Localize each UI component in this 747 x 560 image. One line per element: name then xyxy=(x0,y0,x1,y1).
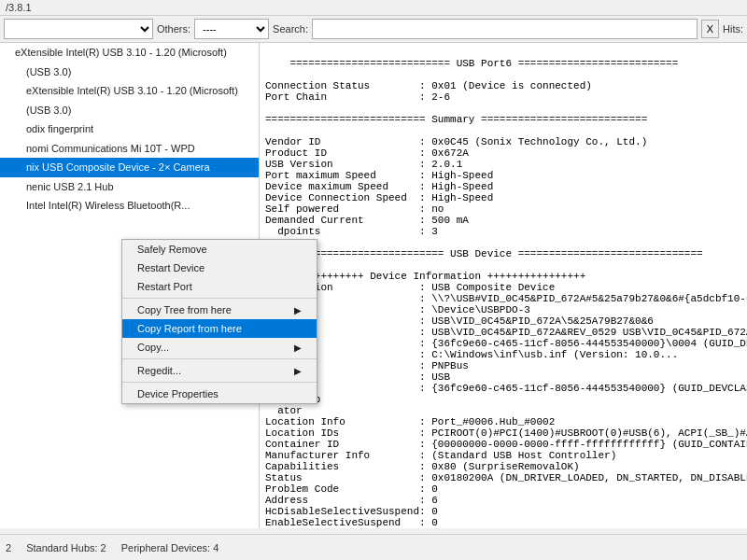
tree-item-3[interactable]: (USB 3.0) xyxy=(0,101,259,120)
separator-3 xyxy=(122,382,317,383)
menu-regedit[interactable]: Regedit... ▶ xyxy=(122,361,317,380)
status-item-1: 2 xyxy=(6,542,11,553)
menu-copy-report-label: Copy Report from here xyxy=(137,323,242,334)
status-peripheral-devices: Peripheral Devices: 4 xyxy=(121,542,219,553)
device-dropdown[interactable] xyxy=(4,19,153,39)
menu-restart-port[interactable]: Restart Port xyxy=(122,277,317,296)
tree-item-selected[interactable]: nix USB Composite Device - 2× Camera xyxy=(0,158,259,177)
menu-safely-remove[interactable]: Safely Remove xyxy=(122,240,317,259)
menu-restart-port-label: Restart Port xyxy=(137,281,192,292)
context-menu: Safely Remove Restart Device Restart Por… xyxy=(121,239,317,404)
menu-copy-tree-label: Copy Tree from here xyxy=(137,304,232,315)
tree-item-1[interactable]: (USB 3.0) xyxy=(0,63,259,82)
title-bar: /3.8.1 xyxy=(0,0,747,16)
tree-item-8[interactable]: Intel Intel(R) Wireless Bluetooth(R... xyxy=(0,196,259,216)
copy-arrow: ▶ xyxy=(294,343,302,353)
menu-copy-report[interactable]: Copy Report from here xyxy=(122,319,317,338)
menu-safely-remove-label: Safely Remove xyxy=(137,244,207,255)
tree-item-7[interactable]: nenic USB 2.1 Hub xyxy=(0,177,259,197)
search-clear-button[interactable]: X xyxy=(701,20,719,38)
regedit-arrow: ▶ xyxy=(294,366,302,376)
tree-item-4[interactable]: odix fingerprint xyxy=(0,119,259,139)
menu-restart-device[interactable]: Restart Device xyxy=(122,259,317,277)
version-label: /3.8.1 xyxy=(6,2,32,13)
right-panel-content: ========================== USB Port6 ===… xyxy=(265,58,747,528)
main-content: eXtensible Intel(R) USB 3.10 - 1.20 (Mic… xyxy=(0,43,747,528)
copy-tree-arrow: ▶ xyxy=(294,305,302,315)
separator-1 xyxy=(122,298,317,299)
tree-container: eXtensible Intel(R) USB 3.10 - 1.20 (Mic… xyxy=(0,43,259,216)
menu-device-properties-label: Device Properties xyxy=(137,388,218,399)
menu-copy-tree[interactable]: Copy Tree from here ▶ xyxy=(122,301,317,319)
search-label: Search: xyxy=(273,23,308,35)
status-bar: 2 Standard Hubs: 2 Peripheral Devices: 4 xyxy=(0,534,747,560)
right-panel[interactable]: ========================== USB Port6 ===… xyxy=(260,43,747,528)
menu-copy[interactable]: Copy... ▶ xyxy=(122,338,317,357)
others-label: Others: xyxy=(157,23,190,35)
menu-restart-device-label: Restart Device xyxy=(137,262,204,273)
tree-item-2[interactable]: eXtensible Intel(R) USB 3.10 - 1.20 (Mic… xyxy=(0,81,259,101)
search-input[interactable] xyxy=(312,19,698,39)
menu-device-properties[interactable]: Device Properties xyxy=(122,385,317,403)
menu-regedit-label: Regedit... xyxy=(137,365,181,376)
others-dropdown[interactable]: ---- xyxy=(194,19,269,39)
toolbar: Others: ---- Search: X Hits: xyxy=(0,16,747,43)
tree-item-0[interactable]: eXtensible Intel(R) USB 3.10 - 1.20 (Mic… xyxy=(0,43,259,63)
separator-2 xyxy=(122,358,317,359)
status-standard-hubs: Standard Hubs: 2 xyxy=(26,542,106,553)
hits-label: Hits: xyxy=(723,23,743,35)
tree-item-5[interactable]: nomi Communications Mi 10T - WPD xyxy=(0,139,259,159)
menu-copy-label: Copy... xyxy=(137,342,169,353)
